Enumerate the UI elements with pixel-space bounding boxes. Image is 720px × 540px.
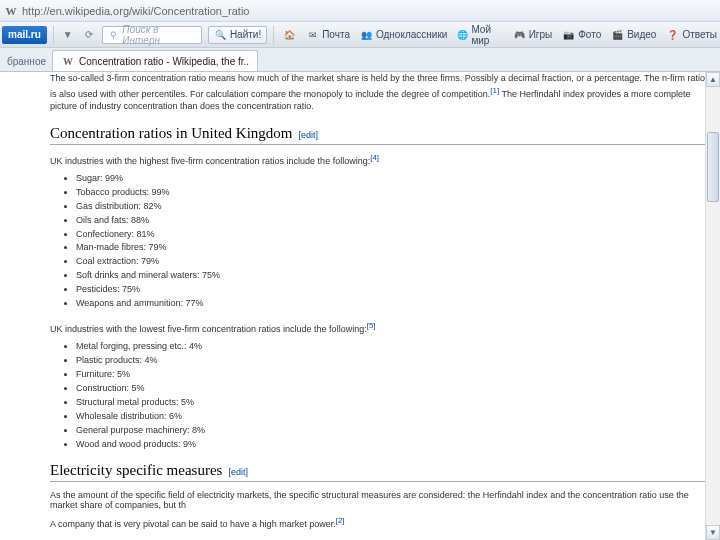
list-item: Confectionery: 81%	[76, 228, 712, 242]
toolbar-link[interactable]: 🎮Игры	[510, 28, 556, 41]
mailru-logo[interactable]: mail.ru	[2, 26, 47, 44]
mailru-toolbar: mail.ru ▼ ⟳ ⚲ Поиск в Интерн 🔍 Найти! 🏠✉…	[0, 22, 720, 48]
high-list: Sugar: 99%Tobacco products: 99%Gas distr…	[76, 172, 712, 311]
list-item: Structural metal products: 5%	[76, 396, 712, 410]
back-arrow-icon[interactable]: ▼	[60, 29, 76, 40]
favorites-label[interactable]: бранное	[3, 56, 52, 71]
search-placeholder: Поиск в Интерн	[122, 24, 197, 46]
list-item: General purpose machinery: 8%	[76, 424, 712, 438]
elec-line: A company that is very pivotal can be sa…	[50, 516, 712, 529]
find-button[interactable]: 🔍 Найти!	[208, 26, 267, 44]
intro-low: UK industries with the lowest five-firm …	[50, 321, 712, 334]
toolbar-link[interactable]: ✉Почта	[303, 28, 353, 41]
vertical-scrollbar[interactable]: ▲ ▼	[705, 72, 720, 540]
list-item: Soft drinks and mineral waters: 75%	[76, 269, 712, 283]
toolbar-link[interactable]: 🌐Мой мир	[454, 24, 505, 46]
list-item: Metal forging, pressing etc.: 4%	[76, 340, 712, 354]
toolbar-link[interactable]: 👥Одноклассники	[357, 28, 450, 41]
toolbar-icon: 🌐	[457, 28, 468, 41]
edit-link[interactable]: [edit]	[228, 467, 248, 477]
list-item: Wood and wood products: 9%	[76, 438, 712, 452]
tab-title: Concentration ratio - Wikipedia, the fr.…	[79, 56, 249, 67]
scroll-thumb[interactable]	[707, 132, 719, 202]
search-icon: ⚲	[107, 28, 120, 41]
toolbar-icon: ❓	[666, 28, 679, 41]
list-item: Pesticides: 75%	[76, 283, 712, 297]
magnifier-icon: 🔍	[214, 28, 227, 41]
article-content: The so-called 3-firm concentration ratio…	[50, 72, 712, 540]
section-uk-heading: Concentration ratios in United Kingdom[e…	[50, 125, 712, 145]
intro-high: UK industries with the highest five-firm…	[50, 153, 712, 166]
list-item: Man-made fibres: 79%	[76, 241, 712, 255]
tab-bar: бранное W Concentration ratio - Wikipedi…	[0, 48, 720, 72]
search-input[interactable]: ⚲ Поиск в Интерн	[102, 26, 202, 44]
scroll-up-icon[interactable]: ▲	[706, 72, 720, 87]
url-text[interactable]: http://en.wikipedia.org/wiki/Concentrati…	[22, 5, 249, 17]
list-item: Tobacco products: 99%	[76, 186, 712, 200]
toolbar-link[interactable]: 🎬Видео	[608, 28, 659, 41]
list-item: Sugar: 99%	[76, 172, 712, 186]
list-item: Weapons and ammunition: 77%	[76, 297, 712, 311]
tab-active[interactable]: W Concentration ratio - Wikipedia, the f…	[52, 50, 258, 71]
toolbar-link[interactable]: ❓Ответы	[663, 28, 720, 41]
elec-lead: As the amount of the specific field of e…	[50, 490, 712, 510]
toolbar-icon: ✉	[306, 28, 319, 41]
toolbar-icon: 🎮	[513, 28, 526, 41]
toolbar-icon: 🏠	[283, 28, 296, 41]
list-item: Furniture: 5%	[76, 368, 712, 382]
lead-paragraph: The so-called 3-firm concentration ratio…	[50, 72, 712, 113]
toolbar-icon: 📷	[562, 28, 575, 41]
list-item: Gas distribution: 82%	[76, 200, 712, 214]
toolbar-link[interactable]: 🏠	[280, 28, 299, 41]
edit-link[interactable]: [edit]	[298, 130, 318, 140]
list-item: Plastic products: 4%	[76, 354, 712, 368]
address-bar: W http://en.wikipedia.org/wiki/Concentra…	[0, 0, 720, 22]
scroll-down-icon[interactable]: ▼	[706, 525, 720, 540]
list-item: Oils and fats: 88%	[76, 214, 712, 228]
list-item: Construction: 5%	[76, 382, 712, 396]
reload-icon[interactable]: ⟳	[82, 29, 96, 40]
section-electricity-heading: Electricity specific measures[edit]	[50, 462, 712, 482]
list-item: Wholesale distribution: 6%	[76, 410, 712, 424]
list-item: Coal extraction: 79%	[76, 255, 712, 269]
toolbar-link[interactable]: 📷Фото	[559, 28, 604, 41]
low-list: Metal forging, pressing etc.: 4%Plastic …	[76, 340, 712, 452]
toolbar-icon: 🎬	[611, 28, 624, 41]
wikipedia-favicon: W	[61, 54, 75, 68]
wikipedia-favicon: W	[4, 4, 18, 18]
toolbar-icon: 👥	[360, 28, 373, 41]
